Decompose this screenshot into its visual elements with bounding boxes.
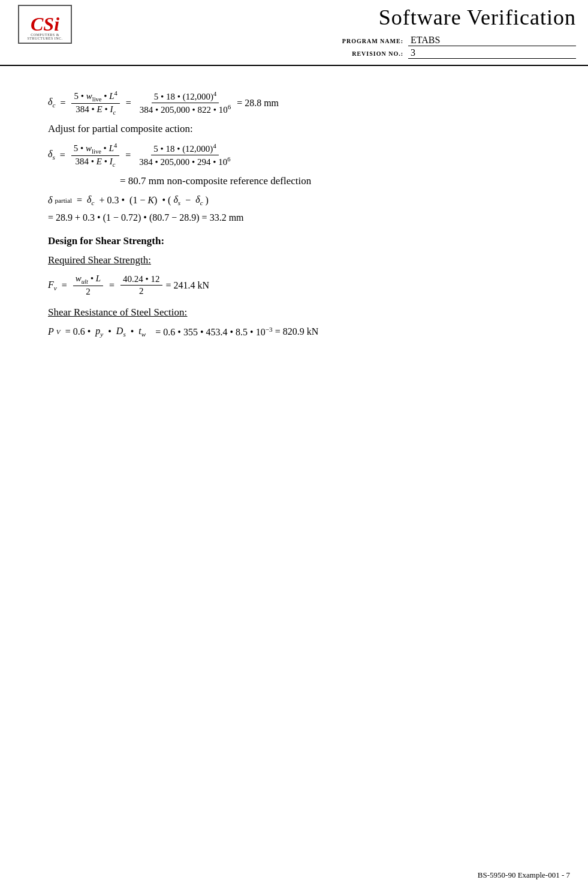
csi-logo: CSi COMPUTERS & STRUCTURES INC. xyxy=(18,5,72,44)
program-name-label: PROGRAM NAME: xyxy=(324,38,408,44)
program-info: PROGRAM NAME: ETABS REVISION NO.: 3 xyxy=(84,35,576,60)
logo-text: CSi xyxy=(31,13,59,35)
equation-pv: PV = 0.6 • py • Ds • tw = 0.6 • 355 • 45… xyxy=(48,326,552,338)
delta-s-lhs: δs xyxy=(48,149,55,161)
equation-delta-partial-def: δpartial = δc + 0.3 • (1 − K) • ( δs − δ… xyxy=(48,194,552,206)
header-right: Software Verification PROGRAM NAME: ETAB… xyxy=(84,5,576,60)
design-heading: Design for Shear Strength: xyxy=(48,235,552,247)
logo-area: CSi COMPUTERS & STRUCTURES INC. xyxy=(6,5,84,44)
shear-resistance-label: Shear Resistance of Steel Section: xyxy=(48,307,552,319)
fraction-fv1: wult • L 2 xyxy=(73,274,103,297)
revision-label: REVISION NO.: xyxy=(324,50,408,57)
delta-c-lhs: δc xyxy=(48,97,55,109)
equation-delta-partial-val: = 28.9 + 0.3 • (1 − 0.72) • (80.7 − 28.9… xyxy=(48,212,552,223)
main-content: δc = 5 • wlive • L4 384 • E • Ic = 5 • 1… xyxy=(0,66,588,368)
logo-subtext: COMPUTERS & STRUCTURES INC. xyxy=(19,33,71,40)
revision-row: REVISION NO.: 3 xyxy=(324,47,576,59)
fv-result: = 241.4 kN xyxy=(166,280,210,291)
program-name-value: ETABS xyxy=(408,35,576,46)
equation-delta-c: δc = 5 • wlive • L4 384 • E • Ic = 5 • 1… xyxy=(48,90,552,116)
fraction-1: 5 • wlive • L4 384 • E • Ic xyxy=(71,90,119,116)
adjust-text: Adjust for partial composite action: xyxy=(48,123,552,135)
page-title: Software Verification xyxy=(379,5,576,30)
revision-value: 3 xyxy=(408,47,576,59)
fraction-2: 5 • 18 • (12,000)4 384 • 205,000 • 822 •… xyxy=(137,91,233,115)
required-shear-label: Required Shear Strength: xyxy=(48,254,552,266)
program-name-row: PROGRAM NAME: ETABS xyxy=(324,35,576,46)
pv-result: = 820.9 kN xyxy=(275,326,319,337)
equation-delta-s: δs = 5 • wlive • L4 384 • E • Ic = 5 • 1… xyxy=(48,142,552,168)
fraction-4: 5 • 18 • (12,000)4 384 • 205,000 • 294 •… xyxy=(137,143,233,167)
fraction-fv2: 40.24 • 12 2 xyxy=(120,274,162,296)
page-footer: BS-5950-90 Example-001 - 7 xyxy=(478,870,570,880)
page-header: CSi COMPUTERS & STRUCTURES INC. Software… xyxy=(0,0,588,66)
equation-fv: Fv = wult • L 2 = 40.24 • 12 2 = 241.4 k… xyxy=(48,274,552,297)
equation1-result: = 28.8 mm xyxy=(237,98,279,109)
footer-text: BS-5950-90 Example-001 - 7 xyxy=(478,870,570,879)
non-composite-text: = 80.7 mm non-composite reference deflec… xyxy=(120,175,552,187)
fraction-3: 5 • wlive • L4 384 • E • Ic xyxy=(71,142,119,168)
